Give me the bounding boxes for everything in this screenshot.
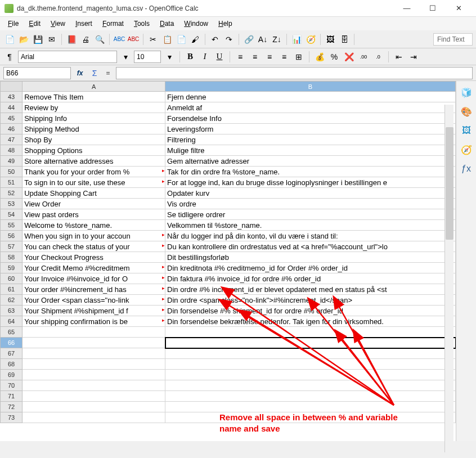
- row-header[interactable]: 56: [1, 231, 23, 241]
- cell[interactable]: [165, 359, 456, 370]
- row-header[interactable]: 44: [1, 102, 23, 113]
- row-header[interactable]: 72: [1, 402, 23, 412]
- cell[interactable]: Mulige filtre: [165, 145, 456, 156]
- column-header-b[interactable]: B: [165, 82, 456, 92]
- row-header[interactable]: 66: [1, 338, 23, 348]
- cell[interactable]: [23, 380, 165, 391]
- row-header[interactable]: 54: [1, 209, 23, 220]
- menu-view[interactable]: View: [46, 19, 70, 29]
- underline-button[interactable]: U: [213, 51, 226, 63]
- cut-icon[interactable]: ✂: [147, 33, 159, 46]
- email-icon[interactable]: ✉: [46, 33, 58, 46]
- properties-icon[interactable]: 🧊: [460, 86, 473, 99]
- row-header[interactable]: 58: [1, 252, 23, 263]
- cell[interactable]: Your Order <span class="no-link: [23, 295, 165, 306]
- menu-tools[interactable]: Tools: [129, 19, 154, 29]
- cell[interactable]: Se tidligere ordrer: [165, 209, 456, 220]
- cell[interactable]: Update Shopping Cart: [23, 188, 165, 199]
- styles-pane-icon[interactable]: 🎨: [460, 105, 473, 118]
- cell[interactable]: Når du logger ind på din konto, vil du v…: [165, 231, 456, 241]
- preview-icon[interactable]: 🔍: [93, 33, 106, 46]
- cell[interactable]: [23, 402, 165, 412]
- row-header[interactable]: 60: [1, 273, 23, 284]
- cell[interactable]: Your order #%increment_id has: [23, 284, 165, 295]
- cell[interactable]: Remove This Item: [23, 92, 165, 102]
- cell[interactable]: [165, 402, 456, 412]
- align-right-icon[interactable]: ≡: [263, 51, 276, 63]
- cell[interactable]: You can check the status of your: [23, 241, 165, 252]
- row-header[interactable]: 48: [1, 145, 23, 156]
- cell[interactable]: [23, 412, 165, 423]
- maximize-button[interactable]: ☐: [420, 0, 446, 17]
- menu-data[interactable]: Data: [155, 19, 178, 29]
- new-icon[interactable]: 📄: [3, 33, 16, 46]
- navigator-pane-icon[interactable]: 🧭: [460, 143, 473, 156]
- align-justify-icon[interactable]: ≡: [278, 51, 290, 63]
- cell[interactable]: [165, 348, 456, 359]
- percent-icon[interactable]: %: [328, 51, 340, 63]
- cell[interactable]: [165, 370, 456, 380]
- cell[interactable]: [165, 338, 456, 348]
- row-header[interactable]: 67: [1, 348, 23, 359]
- row-header[interactable]: 63: [1, 306, 23, 316]
- minimize-button[interactable]: —: [394, 0, 420, 17]
- vertical-scrollbar[interactable]: [444, 105, 453, 452]
- row-header[interactable]: 43: [1, 92, 23, 102]
- cell[interactable]: When you sign in to your accoun: [23, 231, 165, 241]
- styles-icon[interactable]: ¶: [3, 51, 16, 63]
- cell[interactable]: Your Invoice #%invoice_id for O: [23, 273, 165, 284]
- sort-asc-icon[interactable]: A↓: [257, 33, 269, 46]
- save-icon[interactable]: 💾: [32, 33, 44, 46]
- cell[interactable]: Din faktura #% invoice_id for ordre #% o…: [165, 273, 456, 284]
- function-wizard-icon[interactable]: fx: [74, 68, 86, 79]
- paste-icon[interactable]: 📄: [175, 33, 187, 46]
- undo-icon[interactable]: ↶: [209, 33, 221, 46]
- cell[interactable]: Filtrering: [165, 134, 456, 145]
- datasource-icon[interactable]: 🗄: [338, 33, 351, 46]
- menu-edit[interactable]: Edit: [24, 19, 45, 29]
- spreadsheet-grid[interactable]: A B 43Remove This ItemFjern denne44Revie…: [0, 81, 456, 441]
- redo-icon[interactable]: ↷: [223, 33, 235, 46]
- cell[interactable]: Du kan kontrollere din ordrestatus ved a…: [165, 241, 456, 252]
- cell[interactable]: Din ordre #% increment_id er blevet opda…: [165, 284, 456, 295]
- row-header[interactable]: 47: [1, 134, 23, 145]
- cell[interactable]: Din forsendelse bekræftelse nedenfor. Ta…: [165, 316, 456, 327]
- formula-equals-icon[interactable]: =: [104, 68, 113, 79]
- row-header[interactable]: 50: [1, 167, 23, 177]
- cell[interactable]: Your Credit Memo #%creditmem: [23, 263, 165, 273]
- cell[interactable]: Thank you for your order from %: [23, 167, 165, 177]
- row-header[interactable]: 73: [1, 412, 23, 423]
- row-header[interactable]: 65: [1, 327, 23, 338]
- cell[interactable]: Din kreditnota #% creditmemo_id for Orde…: [165, 263, 456, 273]
- cell[interactable]: Fjern denne: [165, 92, 456, 102]
- cell[interactable]: Review by: [23, 102, 165, 113]
- row-header[interactable]: 64: [1, 316, 23, 327]
- row-header[interactable]: 53: [1, 199, 23, 209]
- cell[interactable]: Forsendelse Info: [165, 113, 456, 124]
- spellcheck-icon[interactable]: ABC: [113, 33, 125, 46]
- align-center-icon[interactable]: ≡: [249, 51, 261, 63]
- menu-insert[interactable]: Insert: [71, 19, 97, 29]
- size-dropdown-icon[interactable]: ▾: [163, 51, 176, 63]
- cell[interactable]: Tak for din ordre fra %store_name.: [165, 167, 456, 177]
- copy-icon[interactable]: 📋: [161, 33, 173, 46]
- cell[interactable]: Shop By: [23, 134, 165, 145]
- cell[interactable]: Vis ordre: [165, 199, 456, 209]
- decrease-indent-icon[interactable]: ⇤: [393, 51, 405, 63]
- cell[interactable]: Velkommen til %store_name.: [165, 220, 456, 231]
- row-header[interactable]: 52: [1, 188, 23, 199]
- row-header[interactable]: 46: [1, 124, 23, 134]
- row-header[interactable]: 59: [1, 263, 23, 273]
- cell[interactable]: Your Checkout Progress: [23, 252, 165, 263]
- cell[interactable]: [165, 391, 456, 402]
- functions-pane-icon[interactable]: ƒx: [460, 162, 473, 176]
- chart-icon[interactable]: 📊: [290, 33, 303, 46]
- cell[interactable]: Opdater kurv: [165, 188, 456, 199]
- cell[interactable]: Your shipping confirmation is be: [23, 316, 165, 327]
- cell[interactable]: Your Shipment #%shipment_id f: [23, 306, 165, 316]
- cell[interactable]: View past orders: [23, 209, 165, 220]
- font-name-input[interactable]: [18, 51, 117, 63]
- row-header[interactable]: 51: [1, 177, 23, 188]
- cell[interactable]: Welcome to %store_name.: [23, 220, 165, 231]
- cell[interactable]: [23, 391, 165, 402]
